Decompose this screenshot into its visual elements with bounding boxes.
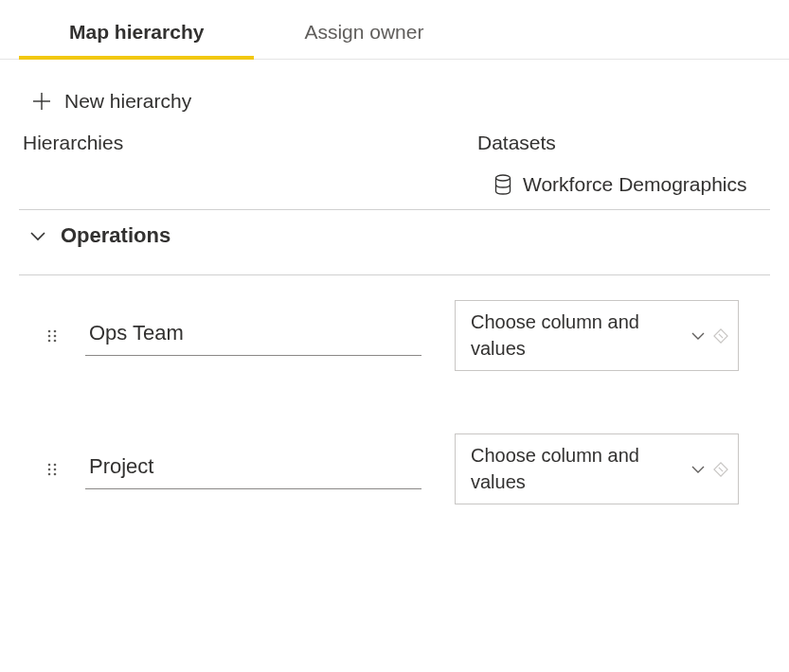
tab-label: Assign owner: [304, 21, 423, 43]
clear-icon[interactable]: [713, 328, 728, 344]
svg-line-18: [719, 468, 723, 471]
hierarchy-group-toggle[interactable]: Operations: [19, 210, 770, 261]
new-hierarchy-label: New hierarchy: [64, 90, 191, 113]
clear-icon[interactable]: [713, 462, 728, 477]
new-hierarchy-button[interactable]: New hierarchy: [19, 77, 205, 130]
hierarchies-heading: Hierarchies: [23, 132, 477, 154]
picker-placeholder: Choose column and values: [471, 309, 690, 362]
svg-point-13: [48, 468, 51, 470]
svg-point-4: [54, 329, 57, 332]
divider: [19, 274, 770, 275]
svg-point-16: [54, 472, 57, 475]
svg-point-5: [48, 334, 51, 337]
tab-assign-owner[interactable]: Assign owner: [254, 0, 474, 59]
plus-icon: [32, 92, 51, 111]
content-area: New hierarchy Hierarchies Datasets Workf…: [0, 60, 789, 514]
tab-bar: Map hierarchy Assign owner: [0, 0, 789, 60]
svg-point-8: [54, 339, 57, 342]
picker-placeholder: Choose column and values: [471, 443, 690, 495]
svg-point-12: [54, 463, 57, 466]
database-icon: [494, 174, 511, 195]
hierarchy-level-name-input[interactable]: [85, 315, 421, 356]
svg-point-11: [48, 463, 51, 466]
hierarchy-group-name: Operations: [61, 223, 170, 248]
chevron-down-icon: [690, 465, 706, 474]
chevron-down-icon: [28, 230, 47, 241]
hierarchy-level-row: Choose column and values: [19, 291, 770, 380]
tab-label: Map hierarchy: [69, 21, 204, 43]
datasets-heading: Datasets: [477, 132, 766, 154]
svg-point-3: [48, 329, 51, 332]
svg-point-7: [48, 339, 51, 342]
dataset-item[interactable]: Workforce Demographics: [494, 173, 770, 196]
chevron-down-icon: [690, 331, 706, 341]
hierarchy-level-row: Choose column and values: [19, 424, 770, 514]
column-value-picker[interactable]: Choose column and values: [455, 433, 739, 504]
svg-line-10: [719, 333, 723, 337]
drag-handle-icon[interactable]: [47, 463, 57, 476]
dataset-name: Workforce Demographics: [523, 173, 747, 196]
tab-map-hierarchy[interactable]: Map hierarchy: [19, 0, 254, 59]
column-value-picker[interactable]: Choose column and values: [455, 300, 739, 371]
section-headers: Hierarchies Datasets: [19, 132, 770, 154]
svg-point-14: [54, 468, 57, 470]
hierarchy-level-name-input[interactable]: [85, 449, 421, 489]
drag-handle-icon[interactable]: [47, 329, 57, 343]
svg-point-6: [54, 334, 57, 337]
svg-point-2: [496, 175, 511, 181]
svg-point-15: [48, 472, 51, 475]
